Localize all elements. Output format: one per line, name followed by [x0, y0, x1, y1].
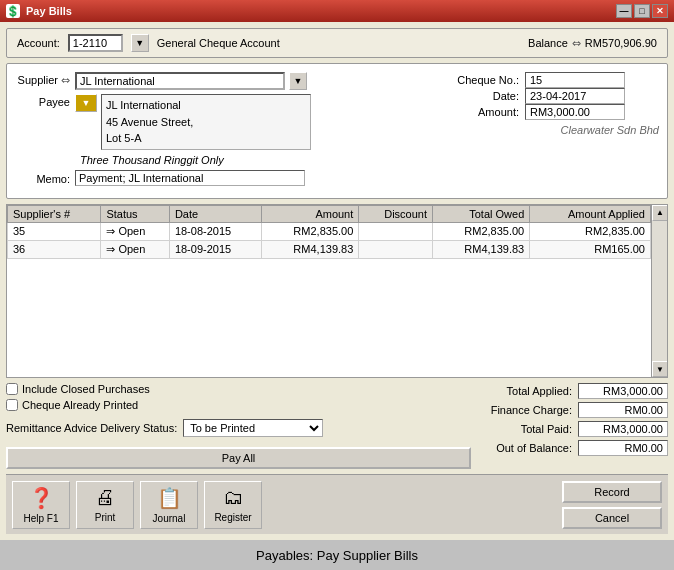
register-button[interactable]: 🗂 Register [204, 481, 262, 529]
total-applied-label: Total Applied: [477, 385, 572, 397]
payee-line1: JL International [106, 97, 306, 114]
payee-content: JL International 45 Avenue Street, Lot 5… [101, 94, 311, 150]
col-header-date: Date [169, 205, 261, 222]
col-header-discount: Discount [359, 205, 433, 222]
toolbar: ❓ Help F1 🖨 Print 📋 Journal 🗂 Register R… [6, 474, 668, 534]
date-input[interactable] [525, 88, 625, 104]
table-container: Supplier's # Status Date Amount Discount… [6, 204, 668, 379]
window: 💲 Pay Bills — □ ✕ Account: ▼ General Che… [0, 0, 674, 570]
scroll-up-button[interactable]: ▲ [652, 205, 667, 221]
cell-amount-applied: RM165.00 [530, 240, 651, 258]
cell-amount: RM2,835.00 [262, 222, 359, 240]
col-header-total-owed: Total Owed [433, 205, 530, 222]
bills-table: Supplier's # Status Date Amount Discount… [7, 205, 651, 259]
form-panel: Supplier ⇔ ▼ Payee ▼ JL International 45… [6, 63, 668, 199]
scroll-down-button[interactable]: ▼ [652, 361, 667, 377]
cell-supplier-num: 35 [8, 222, 101, 240]
cell-date: 18-08-2015 [169, 222, 261, 240]
supplier-input[interactable] [75, 72, 285, 90]
restore-button[interactable]: □ [634, 4, 650, 18]
include-closed-checkbox-label[interactable]: Include Closed Purchases [6, 383, 471, 395]
finance-charge-label: Finance Charge: [477, 404, 572, 416]
close-button[interactable]: ✕ [652, 4, 668, 18]
remittance-row: Remittance Advice Delivery Status: To be… [6, 419, 471, 437]
out-of-balance-row: Out of Balance: [477, 440, 668, 456]
table-scroll-area: Supplier's # Status Date Amount Discount… [7, 205, 667, 378]
finance-charge-row: Finance Charge: [477, 402, 668, 418]
window-icon: 💲 [6, 4, 20, 18]
payee-line2: 45 Avenue Street, [106, 114, 306, 131]
amount-label: Amount: [439, 106, 519, 118]
account-dropdown-button[interactable]: ▼ [131, 34, 149, 52]
table-scrollbar[interactable]: ▲ ▼ [651, 205, 667, 378]
account-name: General Cheque Account [157, 37, 280, 49]
cheque-input[interactable] [525, 72, 625, 88]
cell-total-owed: RM4,139.83 [433, 240, 530, 258]
journal-label: Journal [153, 513, 186, 524]
remittance-select[interactable]: To be Printed Already Printed Not Applic… [183, 419, 323, 437]
print-icon: 🖨 [95, 486, 115, 509]
cheque-label: Cheque No.: [439, 74, 519, 86]
window-title: Pay Bills [26, 5, 72, 17]
title-bar-left: 💲 Pay Bills [6, 4, 72, 18]
journal-button[interactable]: 📋 Journal [140, 481, 198, 529]
cell-amount-applied: RM2,835.00 [530, 222, 651, 240]
supplier-input-row: ▼ [75, 72, 307, 90]
toolbar-buttons: ❓ Help F1 🖨 Print 📋 Journal 🗂 Register [12, 481, 262, 529]
account-input[interactable] [68, 34, 123, 52]
help-label: Help F1 [23, 513, 58, 524]
cheque-printed-checkbox-label[interactable]: Cheque Already Printed [6, 399, 471, 411]
amount-row: Amount: [439, 104, 659, 120]
scroll-track [652, 221, 667, 362]
total-applied-row: Total Applied: [477, 383, 668, 399]
cheque-printed-checkbox[interactable] [6, 399, 18, 411]
cheque-row: Cheque No.: [439, 72, 659, 88]
col-header-status: Status [101, 205, 169, 222]
remittance-label: Remittance Advice Delivery Status: [6, 422, 177, 434]
journal-icon: 📋 [157, 486, 182, 510]
help-button[interactable]: ❓ Help F1 [12, 481, 70, 529]
cell-discount [359, 240, 433, 258]
minimize-button[interactable]: — [616, 4, 632, 18]
cell-status: ⇒ Open [101, 240, 169, 258]
print-label: Print [95, 512, 116, 523]
table-scroll[interactable]: Supplier's # Status Date Amount Discount… [7, 205, 651, 378]
balance-section: Balance ⇔ RM570,906.90 [528, 37, 657, 50]
balance-transfer-icon: ⇔ [572, 37, 581, 50]
form-left: Supplier ⇔ ▼ Payee ▼ JL International 45… [15, 72, 429, 190]
pay-all-button[interactable]: Pay All [6, 447, 471, 469]
include-closed-checkbox[interactable] [6, 383, 18, 395]
out-of-balance-label: Out of Balance: [477, 442, 572, 454]
out-of-balance-value [578, 440, 668, 456]
payee-dropdown-button[interactable]: ▼ [75, 94, 97, 112]
cancel-button[interactable]: Cancel [562, 507, 662, 529]
supplier-dropdown-button[interactable]: ▼ [289, 72, 307, 90]
table-row[interactable]: 35 ⇒ Open 18-08-2015 RM2,835.00 RM2,835.… [8, 222, 651, 240]
help-icon: ❓ [29, 486, 54, 510]
cell-supplier-num: 36 [8, 240, 101, 258]
cell-amount: RM4,139.83 [262, 240, 359, 258]
amount-words: Three Thousand Ringgit Only [80, 154, 429, 166]
clearwater-label: Clearwater Sdn Bhd [439, 124, 659, 136]
cell-date: 18-09-2015 [169, 240, 261, 258]
cheque-printed-label: Cheque Already Printed [22, 399, 138, 411]
status-bar: Payables: Pay Supplier Bills [0, 540, 674, 570]
total-applied-value [578, 383, 668, 399]
status-text: Payables: Pay Supplier Bills [256, 548, 418, 563]
action-buttons: Record Cancel [562, 481, 662, 529]
table-row[interactable]: 36 ⇒ Open 18-09-2015 RM4,139.83 RM4,139.… [8, 240, 651, 258]
print-button[interactable]: 🖨 Print [76, 481, 134, 529]
total-paid-value [578, 421, 668, 437]
cell-total-owed: RM2,835.00 [433, 222, 530, 240]
total-paid-label: Total Paid: [477, 423, 572, 435]
amount-input[interactable] [525, 104, 625, 120]
payee-label: Payee [15, 94, 75, 108]
record-button[interactable]: Record [562, 481, 662, 503]
col-header-amount-applied: Amount Applied [530, 205, 651, 222]
memo-row: Memo: [15, 170, 429, 186]
balance-value: RM570,906.90 [585, 37, 657, 49]
total-paid-row: Total Paid: [477, 421, 668, 437]
title-controls: — □ ✕ [616, 4, 668, 18]
memo-input[interactable] [75, 170, 305, 186]
table-totals-area: Supplier's # Status Date Amount Discount… [6, 204, 668, 379]
